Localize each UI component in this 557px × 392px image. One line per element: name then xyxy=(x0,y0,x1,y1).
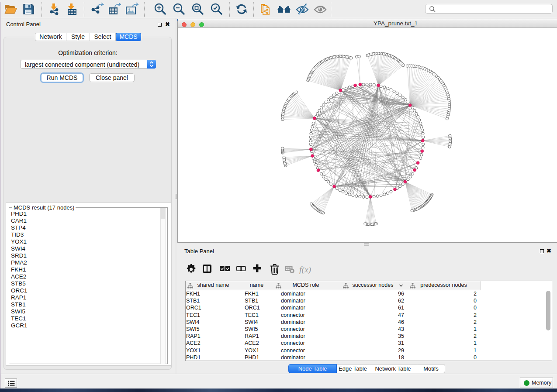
svg-text:f(x): f(x) xyxy=(299,265,311,275)
